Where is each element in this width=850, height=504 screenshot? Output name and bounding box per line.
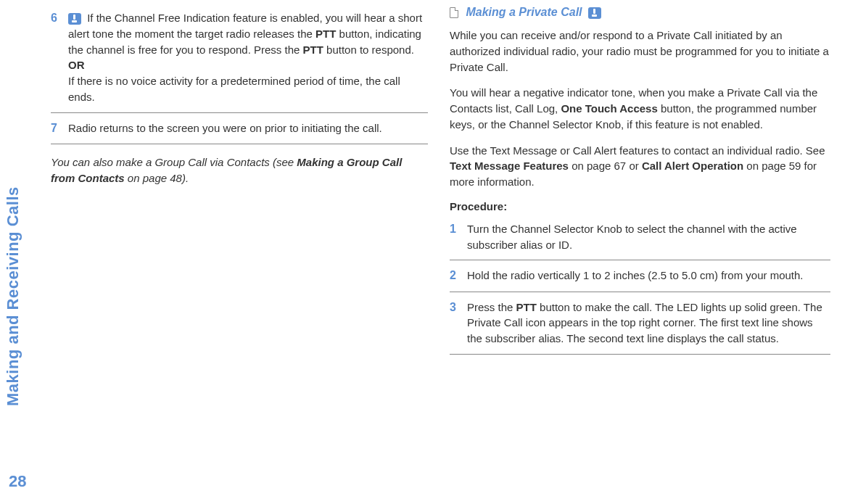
side-section-label: Making and Receiving Calls — [4, 189, 22, 406]
left-column: 6 If the Channel Free Indication feature… — [51, 6, 428, 358]
radio-icon — [68, 13, 81, 25]
section-heading: Making a Private Call — [450, 6, 830, 19]
step-text: button to respond. — [323, 44, 414, 56]
note-text: on page 48). — [125, 172, 189, 184]
step-body: Hold the radio vertically 1 to 2 inches … — [467, 268, 830, 284]
feature-reference: Call Alert Operation — [642, 160, 743, 172]
step-7: 7 Radio returns to the screen you were o… — [51, 116, 428, 144]
or-label: OR — [68, 59, 85, 71]
paragraph: You will hear a negative indicator tone,… — [450, 85, 830, 132]
note-text: You can also make a Group Call via Conta… — [51, 156, 297, 168]
paragraph: Use the Text Message or Call Alert featu… — [450, 143, 830, 190]
ptt-label: PTT — [315, 28, 336, 40]
step-number: 2 — [450, 268, 467, 284]
para-text: Use the Text Message or Call Alert featu… — [450, 144, 825, 157]
note-paragraph: You can also make a Group Call via Conta… — [51, 154, 428, 186]
feature-name: One Touch Access — [561, 102, 657, 115]
right-column: Making a Private Call While you can rece… — [450, 6, 830, 358]
ptt-label: PTT — [303, 44, 323, 56]
step-number: 3 — [450, 299, 467, 347]
step-number: 6 — [51, 10, 68, 105]
step-body: Press the PTT button to make the call. T… — [467, 299, 830, 347]
step-number: 1 — [450, 221, 467, 253]
ptt-label: PTT — [516, 301, 537, 313]
step-2: 2 Hold the radio vertically 1 to 2 inche… — [450, 263, 830, 292]
step-body: Radio returns to the screen you were on … — [68, 120, 428, 136]
step-number: 7 — [51, 120, 68, 136]
document-icon — [450, 7, 458, 18]
procedure-label: Procedure: — [450, 200, 830, 212]
para-text: on page 67 or — [569, 160, 642, 172]
page-number: 28 — [9, 472, 26, 491]
step-3: 3 Press the PTT button to make the call.… — [450, 295, 830, 355]
feature-reference: Text Message Features — [450, 160, 569, 172]
step-text: Press the — [467, 301, 516, 313]
step-body: Turn the Channel Selector Knob to select… — [467, 221, 830, 253]
step-text: If there is no voice activity for a pred… — [68, 75, 400, 103]
step-6: 6 If the Channel Free Indication feature… — [51, 6, 428, 113]
radio-icon — [588, 7, 601, 19]
paragraph: While you can receive and/or respond to … — [450, 28, 830, 75]
section-title-text: Making a Private Call — [466, 6, 582, 18]
step-1: 1 Turn the Channel Selector Knob to sele… — [450, 217, 830, 261]
page-content: 6 If the Channel Free Indication feature… — [51, 0, 850, 358]
step-body: If the Channel Free Indication feature i… — [68, 10, 428, 105]
